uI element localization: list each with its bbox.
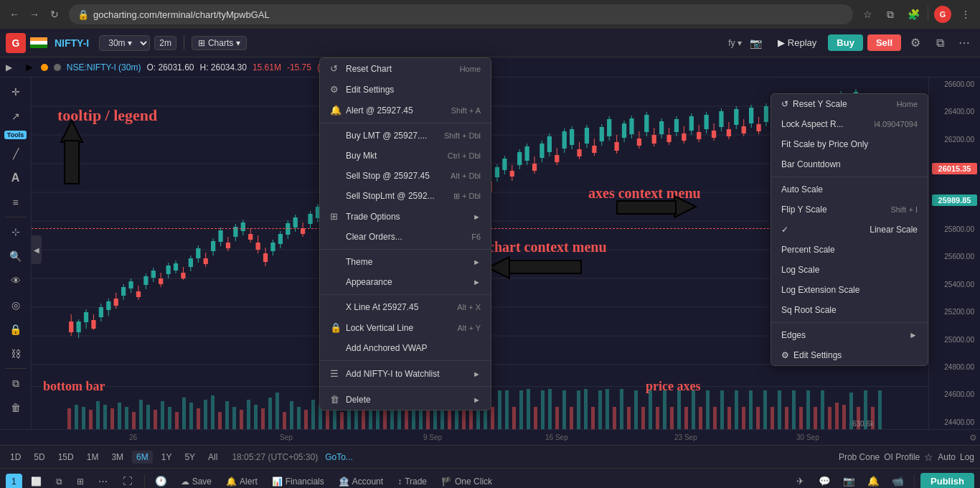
forward-button[interactable]: → [26, 6, 43, 23]
tf-all[interactable]: All [204, 451, 222, 464]
tf-1m[interactable]: 1M [83, 451, 103, 464]
one-click-button[interactable]: 🏴 One Click [435, 474, 498, 489]
ctx-appearance[interactable]: Appearance ► [320, 272, 491, 292]
ctx-trade-options[interactable]: ⊞ Trade Options ► [320, 206, 491, 227]
reload-button[interactable]: ↻ [46, 6, 63, 23]
ctx-clear-orders[interactable]: Clear Orders... F6 [320, 227, 491, 247]
address-bar[interactable]: 🔒 gocharting.com/terminal/chart/tyMpwbGA… [69, 4, 853, 24]
ctx-sell-stop[interactable]: Sell Stop @ 25927.45 Alt + Dbl [320, 166, 491, 186]
ctx-reset-chart[interactable]: ↺ Reset Chart Home [320, 58, 491, 79]
notification-icon[interactable]: 🔔 [862, 471, 884, 489]
menu-icon[interactable]: ⋮ [957, 6, 974, 23]
ctx-add-watchlist[interactable]: ☰ Add NIFTY-I to Watchlist ► [320, 363, 491, 384]
line-tool[interactable]: ╱ [4, 142, 27, 165]
timeframe-2m[interactable]: 2m [154, 36, 176, 50]
ctx-buy-lmt[interactable]: Buy LMT @ 25927.... Shift + Dbl [320, 126, 491, 146]
link-tool[interactable]: ⛓ [4, 342, 27, 365]
clock-button[interactable]: 🕐 [151, 471, 172, 489]
axes-linear-scale[interactable]: ✓ Linear Scale [771, 220, 928, 240]
video-icon[interactable]: 📷 [838, 471, 859, 489]
goto-button[interactable]: GoTo... [325, 452, 353, 462]
timeframe-selector[interactable]: 30m ▾ [99, 35, 150, 51]
tf-1d[interactable]: 1D [6, 451, 25, 464]
footer-more-button[interactable]: ⋯ [93, 471, 114, 489]
magnet-tool[interactable]: ◎ [4, 294, 27, 316]
axes-percent-scale[interactable]: Percent Scale [771, 240, 928, 260]
layout-1-button[interactable]: 1 [6, 474, 22, 489]
extensions-icon[interactable]: 🧩 [905, 6, 922, 23]
settings-button[interactable]: ⚙ [905, 33, 925, 53]
charts-button[interactable]: ⊞ Charts ▾ [192, 36, 247, 50]
cursor-tool[interactable]: ✛ [4, 80, 27, 103]
axes-edges[interactable]: Edges ► [771, 325, 928, 345]
ctx-lock-vline[interactable]: 🔒 Lock Vertical Line Alt + Y [320, 317, 491, 338]
app-logo[interactable]: G [6, 33, 26, 53]
star-button[interactable]: ☆ [924, 451, 933, 463]
axes-auto-scale[interactable]: Auto Scale [771, 179, 928, 200]
tf-15d[interactable]: 15D [54, 451, 78, 464]
expand-panel-icon[interactable]: ► [24, 61, 35, 74]
camera-icon[interactable]: 📷 [746, 33, 766, 53]
ctx-edit-settings[interactable]: ⚙ Edit Settings [320, 79, 491, 100]
ctx-delete[interactable]: 🗑 Delete ► [320, 389, 491, 410]
tf-5y[interactable]: 5Y [180, 451, 199, 464]
back-button[interactable]: ← [6, 6, 23, 23]
oi-profile-button[interactable]: OI Profile [884, 452, 920, 462]
layer-tool[interactable]: ⧉ [4, 372, 27, 395]
tf-1y[interactable]: 1Y [157, 451, 176, 464]
layout-grid-button[interactable]: ⊞ [71, 474, 90, 489]
layers-button[interactable]: ⧉ [930, 33, 950, 53]
ctx-alert[interactable]: 🔔 Alert @ 25927.45 Shift + A [320, 100, 491, 121]
trash-tool[interactable]: 🗑 [4, 396, 27, 419]
eye-tool[interactable]: 👁 [4, 269, 27, 292]
replay-button[interactable]: ▶ Replay [771, 34, 824, 51]
auto-button[interactable]: Auto [938, 452, 956, 462]
legend-symbol[interactable]: NSE:NIFTY-I (30m) [67, 62, 141, 72]
text-tool[interactable]: A [4, 166, 27, 189]
alert-button[interactable]: 🔔 Alert [220, 474, 263, 489]
financials-button[interactable]: 📊 Financials [266, 474, 330, 489]
layout-split-button[interactable]: ⧉ [50, 474, 68, 489]
lock-tool[interactable]: 🔒 [4, 318, 27, 341]
chat-icon[interactable]: 💬 [814, 471, 835, 489]
pip-icon[interactable]: ⧉ [882, 6, 899, 23]
fullscreen-button[interactable]: ⛶ [117, 471, 138, 489]
arrow-tool[interactable]: ↗ [4, 105, 27, 128]
ctx-buy-mkt[interactable]: Buy Mkt Ctrl + Dbl [320, 146, 491, 166]
axes-flip-y[interactable]: Flip Y Scale Shift + I [771, 200, 928, 220]
search-text[interactable]: fy ▾ [728, 38, 742, 48]
axes-bar-countdown[interactable]: Bar Countdown [771, 154, 928, 174]
ctx-theme[interactable]: Theme ► [320, 252, 491, 272]
tf-6m[interactable]: 6M [132, 451, 153, 464]
video-cam-icon[interactable]: 📹 [887, 471, 908, 489]
time-axis-settings[interactable]: ⚙ [969, 433, 977, 443]
symbol-name[interactable]: NIFTY-I [55, 37, 89, 49]
telegram-icon[interactable]: ✈ [789, 471, 811, 489]
axes-edit-settings[interactable]: ⚙ Edit Settings [771, 345, 928, 365]
axes-log-ext[interactable]: Log Extension Scale [771, 280, 928, 300]
buy-button[interactable]: Buy [828, 34, 863, 51]
trade-button[interactable]: ↕ Trade [392, 474, 433, 489]
axes-log-scale[interactable]: Log Scale [771, 260, 928, 280]
log-button[interactable]: Log [960, 452, 974, 462]
ctx-sell-stoplmt[interactable]: Sell StopLmt @ 2592... ⊞ + Dbl [320, 186, 491, 206]
more-button[interactable]: ⋯ [954, 33, 974, 53]
axes-lock-aspect[interactable]: Lock Aspect R... l4.09047094 [771, 114, 928, 134]
expand-icon[interactable]: ▶ [6, 62, 12, 72]
account-button[interactable]: 🏦 Account [333, 474, 389, 489]
tf-3m[interactable]: 3M [107, 451, 128, 464]
layout-2-button[interactable]: ⬜ [25, 474, 47, 489]
tf-5d[interactable]: 5D [29, 451, 49, 464]
axes-sqrt-scale[interactable]: Sq Root Scale [771, 300, 928, 320]
measure-tool[interactable]: ⊹ [4, 220, 27, 243]
prob-cone-button[interactable]: Prob Cone [839, 452, 880, 462]
bookmark-icon[interactable]: ☆ [859, 6, 876, 23]
profile-icon[interactable]: G [934, 6, 951, 23]
publish-button[interactable]: Publish [920, 473, 974, 488]
save-button[interactable]: ☁ Save [175, 474, 217, 489]
zoom-tool[interactable]: 🔍 [4, 245, 27, 268]
ctx-add-vwap[interactable]: Add Anchored VWAP [320, 338, 491, 358]
axes-fit-scale[interactable]: Fit Scale by Price Only [771, 134, 928, 154]
collapse-panel-button[interactable]: ◀ [32, 235, 42, 264]
sell-button[interactable]: Sell [867, 34, 901, 51]
